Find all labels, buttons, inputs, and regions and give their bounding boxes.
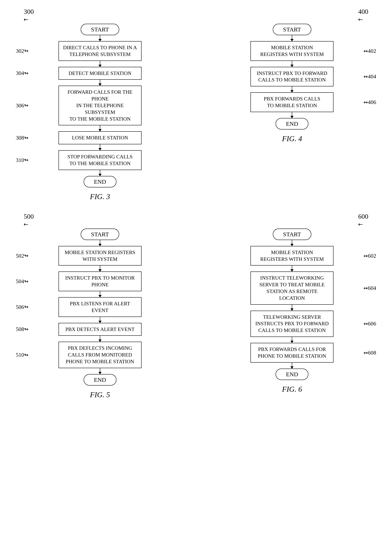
fig3-start: START	[81, 24, 119, 35]
page: 300↙ START 302↬ DIRECT CALLS TO PHONE IN…	[12, 8, 380, 399]
fig4-row-406: PBX FORWARDS CALLS TO MOBILE STATION ↭40…	[204, 92, 380, 112]
fig3-node-308: LOSE MOBILE STATION	[58, 131, 142, 144]
fig5-row-506: 506↬ PBX LISTENS FOR ALERT EVENT	[12, 297, 188, 317]
fig3-node-306: FORWARD CALLS FOR THE PHONE IN THE TELEP…	[58, 86, 142, 125]
fig3-arrow-3	[100, 125, 100, 131]
fig5-label-502: 502↬	[16, 253, 29, 259]
fig5-arrow-2	[100, 291, 100, 297]
fig5-node-506: PBX LISTENS FOR ALERT EVENT	[58, 297, 142, 317]
fig3-arrow-2	[100, 80, 100, 86]
fig4-arrow-1	[292, 61, 292, 67]
fig5-arrow-5	[100, 368, 100, 374]
fig3-row-310: 310↬ STOP FORWARDING CALLS TO THE MOBILE…	[12, 150, 188, 170]
fig4-flow: START MOBILE STATION REGISTERS WITH SYST…	[204, 24, 380, 130]
fig6-label: FIG. 6	[204, 385, 380, 394]
fig5-diagram: 500↙ START 502↬ MOBILE STATION REGISTERS…	[12, 213, 188, 399]
fig3-node-310: STOP FORWARDING CALLS TO THE MOBILE STAT…	[58, 150, 142, 170]
fig5-label-510: 510↬	[16, 352, 29, 358]
fig3-row-308: 308↬ LOSE MOBILE STATION	[12, 131, 188, 144]
fig3-label-308: 308↬	[16, 135, 29, 141]
fig6-label-608: ↭608	[363, 350, 376, 356]
fig6-arrow-1	[292, 266, 292, 271]
fig4-node-404: INSTRUCT PBX TO FORWARD CALLS TO MOBILE …	[250, 67, 334, 87]
fig3-arrow-1	[100, 61, 100, 67]
fig3-label: FIG. 3	[12, 192, 188, 201]
fig5-arrow-3	[100, 317, 100, 323]
fig4-start: START	[273, 24, 311, 35]
fig5-label-506: 506↬	[16, 304, 29, 310]
fig6-node-604: INSTRUCT TELEWORKING SERVER TO TREAT MOB…	[250, 271, 334, 305]
fig5-label-508: 508↬	[16, 326, 29, 332]
fig5-start: START	[81, 229, 119, 240]
fig6-inner: START MOBILE STATION REGISTERS WITH SYST…	[204, 229, 380, 380]
fig5-row-504: 504↬ INSTRUCT PBX TO MONITOR PHONE	[12, 271, 188, 291]
fig4-row-402: MOBILE STATION REGISTERS WITH SYSTEM ↭40…	[204, 41, 380, 61]
fig5-node-504: INSTRUCT PBX TO MONITOR PHONE	[58, 271, 142, 291]
fig5-flow: START 502↬ MOBILE STATION REGISTERS WITH…	[12, 229, 188, 386]
fig6-arrow-0	[292, 240, 292, 246]
fig3-flow: START 302↬ DIRECT CALLS TO PHONE IN A TE…	[12, 24, 188, 187]
fig3-label-306: 306↬	[16, 102, 29, 109]
fig5-inner: START 502↬ MOBILE STATION REGISTERS WITH…	[12, 229, 188, 386]
fig3-arrow-4	[100, 144, 100, 150]
fig6-flow: START MOBILE STATION REGISTERS WITH SYST…	[204, 229, 380, 380]
fig4-arrow-0	[292, 35, 292, 41]
fig6-label-606: ↭606	[363, 321, 376, 327]
fig6-arrow-icon: ↙	[357, 220, 364, 228]
fig4-diagram: 400↙ START MOBILE STATION REGISTERS WITH…	[204, 8, 380, 201]
fig4-number: 400↙	[358, 8, 368, 23]
fig3-row-302: 302↬ DIRECT CALLS TO PHONE IN A TELEPHON…	[12, 41, 188, 61]
fig5-number: 500↙	[24, 213, 34, 228]
fig3-row-304: 304↬ DETECT MOBILE STATION	[12, 67, 188, 80]
fig6-node-602: MOBILE STATION REGISTERS WITH SYSTEM	[250, 246, 334, 266]
fig6-row-606: TELEWORKING SERVER INSTRUCTS PBX TO FORW…	[204, 311, 380, 337]
fig3-label-302: 302↬	[16, 48, 29, 54]
fig4-node-402: MOBILE STATION REGISTERS WITH SYSTEM	[250, 41, 334, 61]
fig6-row-608: PBX FORWARDS CALLS FOR PHONE TO MOBILE S…	[204, 343, 380, 363]
fig6-row-604: INSTRUCT TELEWORKING SERVER TO TREAT MOB…	[204, 271, 380, 305]
fig3-row-306: 306↬ FORWARD CALLS FOR THE PHONE IN THE …	[12, 86, 188, 125]
fig4-label-406: ↭406	[363, 99, 376, 105]
fig3-arrow-0	[100, 35, 100, 41]
fig5-node-508: PBX DETECTS ALERT EVENT	[58, 323, 142, 336]
fig3-label-310: 310↬	[16, 157, 29, 163]
fig6-row-602: MOBILE STATION REGISTERS WITH SYSTEM ↭60…	[204, 246, 380, 266]
fig4-row-404: INSTRUCT PBX TO FORWARD CALLS TO MOBILE …	[204, 67, 380, 87]
fig4-arrow-3	[292, 112, 292, 118]
fig3-node-302: DIRECT CALLS TO PHONE IN A TELEPHONE SUB…	[58, 41, 142, 61]
fig4-arrow-2	[292, 86, 292, 92]
fig4-end: END	[276, 118, 308, 130]
fig6-label-604: ↭604	[363, 285, 376, 291]
fig5-arrow-icon: ↙	[22, 220, 30, 228]
fig3-label-304: 304↬	[16, 70, 29, 76]
fig3-number: 300↙	[24, 8, 34, 23]
fig4-arrow-icon: ↙	[357, 16, 364, 23]
fig3-diagram: 300↙ START 302↬ DIRECT CALLS TO PHONE IN…	[12, 8, 188, 201]
fig4-label-402: ↭402	[363, 48, 376, 54]
fig6-number: 600↙	[358, 213, 368, 228]
fig4-node-406: PBX FORWARDS CALLS TO MOBILE STATION	[250, 92, 334, 112]
fig6-start: START	[273, 229, 311, 240]
fig5-node-502: MOBILE STATION REGISTERS WITH SYSTEM	[58, 246, 142, 266]
fig3-arrow-icon: ↙	[22, 16, 30, 23]
fig5-row-502: 502↬ MOBILE STATION REGISTERS WITH SYSTE…	[12, 246, 188, 266]
fig5-node-510: PBX DEFLECTS INCOMING CALLS FROM MONITOR…	[58, 342, 142, 368]
fig6-arrow-4	[292, 363, 292, 369]
fig4-label: FIG. 4	[204, 134, 380, 143]
fig6-diagram: 600↙ START MOBILE STATION REGISTERS WITH…	[204, 213, 380, 399]
fig5-arrow-0	[100, 240, 100, 246]
fig5-end: END	[84, 374, 116, 386]
fig5-row-510: 510↬ PBX DEFLECTS INCOMING CALLS FROM MO…	[12, 342, 188, 368]
fig6-end: END	[276, 369, 308, 380]
fig6-label-602: ↭602	[363, 253, 376, 259]
fig6-arrow-2	[292, 305, 292, 311]
fig5-arrow-4	[100, 336, 100, 342]
fig6-arrow-3	[292, 337, 292, 343]
fig3-node-304: DETECT MOBILE STATION	[58, 67, 142, 80]
fig5-row-508: 508↬ PBX DETECTS ALERT EVENT	[12, 323, 188, 336]
fig6-node-606: TELEWORKING SERVER INSTRUCTS PBX TO FORW…	[250, 311, 334, 337]
fig3-end: END	[84, 176, 116, 187]
fig5-label: FIG. 5	[12, 390, 188, 399]
fig3-arrow-5	[100, 170, 100, 176]
fig6-node-608: PBX FORWARDS CALLS FOR PHONE TO MOBILE S…	[250, 343, 334, 363]
